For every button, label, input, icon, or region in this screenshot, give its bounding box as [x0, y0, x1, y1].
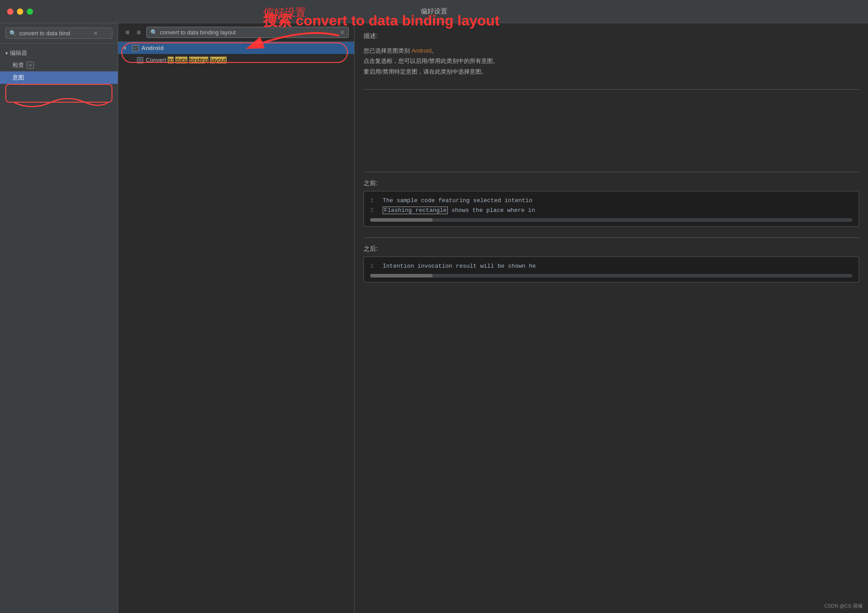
tree-subitem-convert-data-binding[interactable]: Convert to data binding layout — [118, 54, 354, 66]
inspect-label: 检查 — [12, 61, 24, 69]
right-panel: 描述: 您已选择意图类别 Android。 点击复选框，您可以启用/禁用此类别中… — [355, 23, 868, 613]
sidebar-search-container: 🔍 ✕ — [0, 23, 118, 44]
before-line-text-1: The sample code featuring selected inten… — [383, 196, 532, 206]
android-expand-arrow: ▾ — [124, 45, 130, 51]
after-line-num-1: 1 — [370, 261, 377, 271]
after-line-text-1: Intention invocation result will be show… — [383, 261, 536, 271]
desc-accent: Android — [412, 47, 432, 54]
desc-line-2: 点击复选框，您可以启用/禁用此类别中的所有意图。 — [364, 58, 499, 64]
label-highlight-data: data — [175, 57, 187, 63]
sidebar: 🔍 ✕ ▾ 编辑器 检查 ⊞ 意图 — [0, 23, 118, 613]
editor-expand-arrow: ▾ — [5, 50, 8, 56]
label-highlight-to: to — [168, 57, 174, 63]
after-code-panel: 1 Intention invocation result will be sh… — [364, 257, 859, 282]
description-title: 描述: — [364, 32, 859, 40]
before-line-text-2: Flashing rectangle shows the place where… — [383, 206, 535, 215]
label-highlight-layout: layout — [210, 57, 227, 63]
before-line-2: 2 Flashing rectangle shows the place whe… — [370, 206, 852, 215]
minimize-button[interactable] — [17, 8, 23, 15]
sidebar-search-clear-icon[interactable]: ✕ — [93, 30, 98, 37]
before-line-1: 1 The sample code featuring selected int… — [370, 196, 852, 206]
close-button[interactable] — [7, 8, 13, 15]
convert-data-binding-label: Convert to data binding layout — [146, 57, 227, 63]
after-scrollbar-track[interactable] — [370, 274, 852, 278]
sidebar-editor-section: ▾ 编辑器 检查 ⊞ 意图 — [0, 44, 118, 87]
center-search-box[interactable]: 🔍 ✕ — [146, 27, 349, 38]
titlebar: 偏好设置 — [0, 0, 868, 23]
after-scrollbar-thumb[interactable] — [370, 274, 433, 278]
after-title: 之后: — [364, 245, 859, 253]
search-icon: 🔍 — [9, 30, 17, 37]
section-divider-3 — [364, 237, 859, 238]
label-highlight-binding: binding — [189, 57, 209, 63]
before-code-panel: 1 The sample code featuring selected int… — [364, 191, 859, 227]
inspect-icon: ⊞ — [27, 62, 34, 69]
traffic-lights — [7, 8, 33, 15]
center-search-icon: 🔍 — [150, 29, 157, 36]
label-part-convert: Convert — [146, 57, 168, 63]
sidebar-item-intention[interactable]: 意图 — [0, 71, 118, 84]
center-search-clear-icon[interactable]: ✕ — [340, 29, 345, 36]
expand-all-button[interactable]: ≡ — [124, 28, 131, 37]
description-text: 您已选择意图类别 Android。 点击复选框，您可以启用/禁用此类别中的所有意… — [364, 46, 859, 77]
section-divider-2 — [364, 172, 859, 172]
android-checkbox[interactable] — [132, 45, 139, 51]
before-line-num-2: 2 — [370, 206, 377, 215]
sidebar-item-inspect[interactable]: 检查 ⊞ — [0, 59, 118, 71]
android-label: Android — [141, 45, 164, 51]
before-line-num-1: 1 — [370, 196, 377, 206]
label-part-space2 — [187, 57, 189, 63]
sidebar-search-input[interactable] — [19, 30, 91, 37]
center-search-input[interactable] — [160, 29, 337, 36]
convert-data-binding-checkbox[interactable] — [137, 57, 143, 63]
center-panel: ≡ ≡ 🔍 ✕ ▾ Android Convert to data bindin… — [118, 23, 355, 613]
maximize-button[interactable] — [27, 8, 33, 15]
intentions-tree: ▾ Android Convert to data binding layout — [118, 42, 354, 613]
before-scrollbar-thumb[interactable] — [370, 218, 433, 222]
desc-line-3: 要启用/禁用特定意图，请在此类别中选择意图。 — [364, 68, 487, 75]
intention-label: 意图 — [12, 74, 24, 81]
section-divider-1 — [364, 89, 859, 90]
tree-item-android[interactable]: ▾ Android — [118, 42, 354, 54]
window-title: 偏好设置 — [421, 7, 447, 16]
center-toolbar: ≡ ≡ 🔍 ✕ — [118, 23, 354, 42]
editor-section-label: 编辑器 — [10, 49, 27, 57]
before-scrollbar-track[interactable] — [370, 218, 852, 222]
main-layout: 🔍 ✕ ▾ 编辑器 检查 ⊞ 意图 ≡ ≡ 🔍 — [0, 23, 868, 613]
sidebar-section-editor[interactable]: ▾ 编辑器 — [0, 47, 118, 59]
before-title: 之前: — [364, 179, 859, 187]
flashing-rectangle-highlight: Flashing rectangle — [383, 207, 448, 214]
collapse-all-button[interactable]: ≡ — [135, 28, 142, 37]
after-line-1: 1 Intention invocation result will be sh… — [370, 261, 852, 271]
sidebar-search-box[interactable]: 🔍 ✕ — [5, 28, 112, 39]
